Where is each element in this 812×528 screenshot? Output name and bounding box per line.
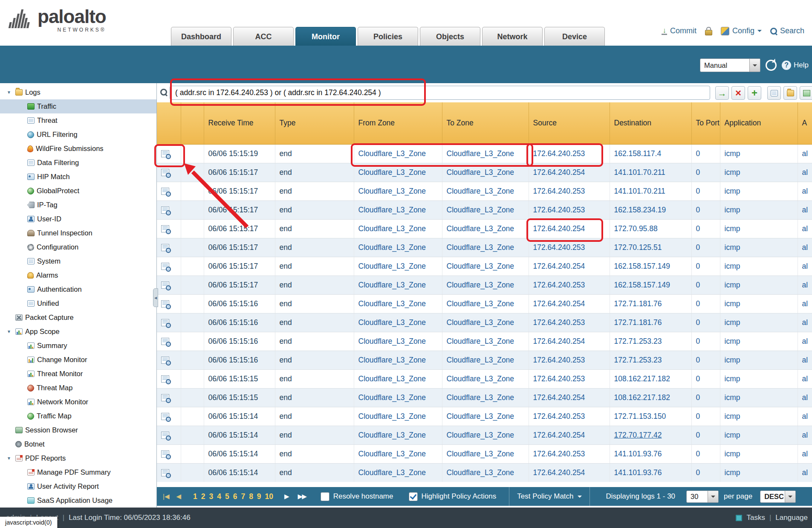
- application-link[interactable]: icmp: [725, 262, 740, 270]
- sidebar-item-threat[interactable]: Threat: [0, 113, 156, 128]
- application-link[interactable]: icmp: [725, 281, 740, 289]
- resolve-hostname-checkbox[interactable]: [321, 492, 329, 501]
- sidebar-item-traffic[interactable]: Traffic: [0, 99, 156, 113]
- page-number-6[interactable]: 6: [233, 492, 237, 501]
- sidebar-item-threat-monitor[interactable]: Threat Monitor: [0, 367, 156, 381]
- application-link[interactable]: icmp: [725, 431, 740, 439]
- to-zone-link[interactable]: Cloudflare_L3_Zone: [447, 168, 514, 177]
- log-detail-icon[interactable]: [161, 338, 169, 345]
- log-detail-icon[interactable]: [161, 263, 169, 270]
- page-number-3[interactable]: 3: [209, 492, 213, 501]
- source-link[interactable]: 172.64.240.254: [533, 224, 585, 233]
- destination-link[interactable]: 172.70.177.42: [614, 431, 662, 439]
- from-zone-link[interactable]: Cloudflare_L3_Zone: [358, 149, 426, 158]
- sidebar-item-configuration[interactable]: Configuration: [0, 240, 156, 254]
- save-filter-button[interactable]: [767, 86, 781, 100]
- action-link[interactable]: al: [802, 206, 808, 214]
- source-link[interactable]: 172.64.240.253: [533, 187, 585, 195]
- to-zone-link[interactable]: Cloudflare_L3_Zone: [447, 299, 514, 308]
- source-link[interactable]: 172.64.240.253: [533, 206, 585, 214]
- source-link[interactable]: 172.64.240.253: [533, 281, 585, 289]
- to-port-link[interactable]: 0: [696, 374, 700, 383]
- tab-acc[interactable]: ACC: [233, 27, 294, 46]
- log-detail-icon[interactable]: [161, 469, 169, 476]
- action-link[interactable]: al: [802, 318, 808, 327]
- column-header-a[interactable]: A: [798, 102, 812, 144]
- sidebar-collapse-handle[interactable]: ◀: [153, 288, 158, 307]
- to-port-link[interactable]: 0: [696, 356, 700, 364]
- log-filter-input[interactable]: [170, 86, 710, 100]
- application-link[interactable]: icmp: [725, 412, 740, 421]
- tab-policies[interactable]: Policies: [358, 27, 418, 46]
- to-port-link[interactable]: 0: [696, 281, 700, 289]
- page-number-1[interactable]: 1: [193, 492, 197, 501]
- to-zone-link[interactable]: Cloudflare_L3_Zone: [447, 262, 514, 270]
- sidebar-item-manage-pdf-summary[interactable]: Manage PDF Summary: [0, 465, 156, 479]
- sidebar-item-authentication[interactable]: Authentication: [0, 282, 156, 296]
- test-policy-match-button[interactable]: Test Policy Match: [509, 487, 589, 506]
- to-zone-link[interactable]: Cloudflare_L3_Zone: [447, 149, 514, 158]
- tab-monitor[interactable]: Monitor: [295, 27, 356, 46]
- application-link[interactable]: icmp: [725, 243, 740, 252]
- select-dropdown-button[interactable]: [785, 491, 795, 502]
- to-port-link[interactable]: 0: [696, 412, 700, 421]
- source-link[interactable]: 172.64.240.254: [533, 468, 585, 477]
- action-link[interactable]: al: [802, 337, 808, 345]
- source-link[interactable]: 172.64.240.253: [533, 450, 585, 458]
- action-link[interactable]: al: [802, 374, 808, 383]
- action-link[interactable]: al: [802, 431, 808, 439]
- column-header-from-zone[interactable]: From Zone: [354, 102, 442, 144]
- action-link[interactable]: al: [802, 168, 808, 177]
- first-page-button[interactable]: |◀: [163, 493, 169, 500]
- source-link[interactable]: 172.64.240.253: [533, 149, 585, 158]
- add-filter-button[interactable]: +: [748, 86, 761, 100]
- from-zone-link[interactable]: Cloudflare_L3_Zone: [358, 468, 426, 477]
- to-zone-link[interactable]: Cloudflare_L3_Zone: [447, 450, 514, 458]
- to-zone-link[interactable]: Cloudflare_L3_Zone: [447, 206, 514, 214]
- sidebar-item-summary[interactable]: Summary: [0, 339, 156, 353]
- source-link[interactable]: 172.64.240.253: [533, 243, 585, 252]
- action-link[interactable]: al: [802, 393, 808, 402]
- source-link[interactable]: 172.64.240.254: [533, 337, 585, 345]
- sidebar-item-network-monitor[interactable]: Network Monitor: [0, 395, 156, 409]
- config-menu-button[interactable]: Config: [721, 26, 762, 35]
- per-page-select[interactable]: 30: [686, 490, 719, 503]
- refresh-interval-select[interactable]: Manual: [700, 58, 760, 72]
- to-zone-link[interactable]: Cloudflare_L3_Zone: [447, 224, 514, 233]
- to-zone-link[interactable]: Cloudflare_L3_Zone: [447, 431, 514, 439]
- log-detail-icon[interactable]: [161, 188, 169, 195]
- log-detail-icon[interactable]: [161, 394, 169, 401]
- destination-link[interactable]: 172.71.253.23: [614, 356, 662, 364]
- tasks-link[interactable]: Tasks: [746, 513, 765, 522]
- from-zone-link[interactable]: Cloudflare_L3_Zone: [358, 337, 426, 345]
- destination-link[interactable]: 172.70.125.51: [614, 243, 662, 252]
- source-link[interactable]: 172.64.240.253: [533, 318, 585, 327]
- log-detail-icon[interactable]: [161, 150, 169, 157]
- action-link[interactable]: al: [802, 149, 808, 158]
- language-link[interactable]: Language: [775, 513, 808, 522]
- from-zone-link[interactable]: Cloudflare_L3_Zone: [358, 450, 426, 458]
- from-zone-link[interactable]: Cloudflare_L3_Zone: [358, 374, 426, 383]
- source-link[interactable]: 172.64.240.254: [533, 299, 585, 308]
- sidebar-item-botnet[interactable]: Botnet: [0, 437, 156, 451]
- from-zone-link[interactable]: Cloudflare_L3_Zone: [358, 356, 426, 364]
- destination-link[interactable]: 141.101.70.211: [614, 187, 665, 195]
- action-link[interactable]: al: [802, 299, 808, 308]
- refresh-icon[interactable]: [766, 60, 777, 71]
- from-zone-link[interactable]: Cloudflare_L3_Zone: [358, 187, 426, 195]
- application-link[interactable]: icmp: [725, 149, 740, 158]
- select-dropdown-button[interactable]: [708, 491, 718, 502]
- page-number-5[interactable]: 5: [225, 492, 229, 501]
- to-port-link[interactable]: 0: [696, 299, 700, 308]
- sidebar-item-app-scope[interactable]: ▼App Scope: [0, 325, 156, 339]
- sidebar-item-user-activity-report[interactable]: User Activity Report: [0, 479, 156, 493]
- sidebar-item-wildfire-submissions[interactable]: WildFire Submissions: [0, 142, 156, 156]
- column-header-to-port[interactable]: To Port: [691, 102, 720, 144]
- destination-link[interactable]: 141.101.93.76: [614, 450, 662, 458]
- to-zone-link[interactable]: Cloudflare_L3_Zone: [447, 187, 514, 195]
- log-detail-icon[interactable]: [161, 206, 169, 214]
- source-link[interactable]: 172.64.240.253: [533, 374, 585, 383]
- to-port-link[interactable]: 0: [696, 318, 700, 327]
- sidebar-item-logs[interactable]: ▼Logs: [0, 85, 156, 99]
- application-link[interactable]: icmp: [725, 374, 740, 383]
